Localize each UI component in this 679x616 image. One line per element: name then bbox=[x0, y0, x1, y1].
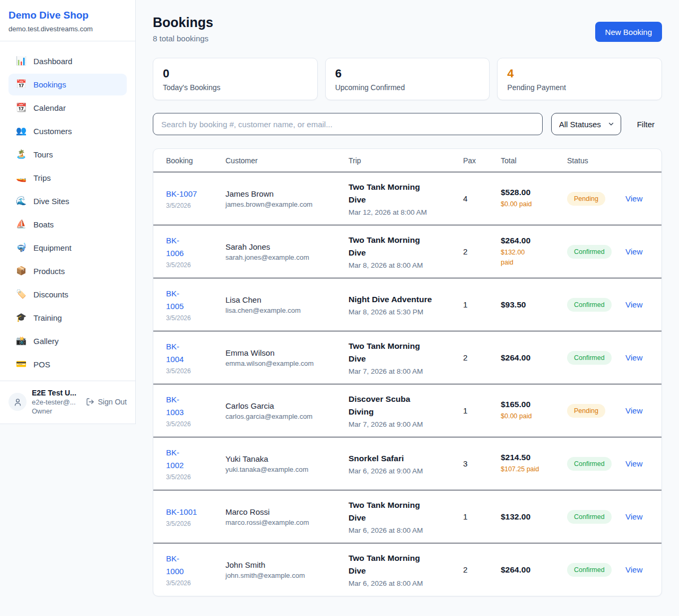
sidebar-item-products[interactable]: 📦 Products bbox=[8, 260, 127, 282]
view-link[interactable]: View bbox=[625, 300, 642, 309]
booking-id-link[interactable]: BK- 1005 bbox=[166, 287, 220, 313]
status-badge: Confirmed bbox=[567, 298, 612, 312]
sidebar-item-calendar[interactable]: 📆 Calendar bbox=[8, 97, 127, 119]
filter-button[interactable]: Filter bbox=[630, 120, 662, 129]
dive-sites-icon: 🌊 bbox=[16, 197, 27, 205]
column-header-total: Total bbox=[501, 156, 567, 165]
table-row: BK- 1002 3/5/2026 Yuki Tanaka yuki.tanak… bbox=[153, 437, 661, 490]
stat-label: Pending Payment bbox=[507, 83, 652, 92]
pax-cell: 1 bbox=[463, 300, 501, 309]
sidebar-item-bookings[interactable]: 📅 Bookings bbox=[8, 74, 127, 95]
total-cell: $214.50 $107.25 paid bbox=[501, 453, 567, 474]
booking-cell: BK- 1004 3/5/2026 bbox=[166, 340, 225, 375]
trip-name: Two Tank Morning Dive bbox=[349, 340, 458, 365]
booking-id-link[interactable]: BK- 1006 bbox=[166, 234, 220, 260]
status-filter-wrap: All Statuses bbox=[551, 113, 621, 135]
sidebar-item-label: Products bbox=[33, 267, 65, 276]
customer-cell: Emma Wilson emma.wilson@example.com bbox=[225, 348, 349, 367]
sidebar-item-discounts[interactable]: 🏷️ Discounts bbox=[8, 284, 127, 305]
view-link[interactable]: View bbox=[625, 194, 642, 203]
view-link[interactable]: View bbox=[625, 353, 642, 362]
paid-amount: $0.00 paid bbox=[501, 199, 562, 209]
view-link[interactable]: View bbox=[625, 565, 642, 574]
booking-id-link[interactable]: BK-1001 bbox=[166, 506, 220, 518]
page-title: Bookings bbox=[153, 15, 213, 30]
pos-icon: 💳 bbox=[16, 360, 27, 368]
total-amount: $93.50 bbox=[501, 300, 562, 310]
actions-cell: View bbox=[625, 247, 649, 257]
booking-id-link[interactable]: BK- 1002 bbox=[166, 446, 220, 472]
trip-cell: Discover Scuba Diving Mar 7, 2026 at 9:0… bbox=[349, 393, 463, 428]
page-subtitle: 8 total bookings bbox=[153, 34, 213, 43]
bookings-icon: 📅 bbox=[16, 80, 27, 89]
sidebar-item-trips[interactable]: 🚤 Trips bbox=[8, 167, 127, 189]
total-amount: $264.00 bbox=[501, 565, 562, 575]
customer-cell: John Smith john.smith@example.com bbox=[225, 560, 349, 579]
sidebar-item-customers[interactable]: 👥 Customers bbox=[8, 120, 127, 142]
discounts-icon: 🏷️ bbox=[16, 290, 27, 298]
status-filter-select[interactable]: All Statuses bbox=[551, 113, 621, 135]
booking-cell: BK-1001 3/5/2026 bbox=[166, 506, 225, 527]
total-amount: $264.00 bbox=[501, 236, 562, 245]
sidebar-item-boats[interactable]: ⛵ Boats bbox=[8, 214, 127, 235]
sidebar-item-tours[interactable]: 🏝️ Tours bbox=[8, 144, 127, 165]
actions-cell: View bbox=[625, 459, 649, 469]
sidebar-item-dashboard[interactable]: 📊 Dashboard bbox=[8, 50, 127, 72]
trip-cell: Night Dive Adventure Mar 8, 2026 at 5:30… bbox=[349, 293, 463, 316]
training-icon: 🎓 bbox=[16, 313, 27, 322]
bookings-table: Booking Customer Trip Pax Total Status B… bbox=[153, 148, 662, 596]
booking-date: 3/5/2026 bbox=[166, 261, 220, 269]
status-badge: Confirmed bbox=[567, 457, 612, 471]
status-badge: Pending bbox=[567, 192, 605, 206]
table-body: BK-1007 3/5/2026 James Brown james.brown… bbox=[153, 172, 661, 596]
sidebar-item-dive-sites[interactable]: 🌊 Dive Sites bbox=[8, 190, 127, 212]
status-badge: Confirmed bbox=[567, 245, 612, 259]
sidebar-item-label: Dashboard bbox=[33, 57, 72, 66]
booking-id-link[interactable]: BK-1007 bbox=[166, 188, 220, 200]
trip-name: Two Tank Morning Dive bbox=[349, 499, 458, 524]
sidebar-item-label: Training bbox=[33, 313, 62, 322]
sidebar-item-label: Equipment bbox=[33, 243, 72, 252]
sidebar-item-label: Discounts bbox=[33, 290, 68, 299]
booking-id-link[interactable]: BK- 1000 bbox=[166, 552, 220, 578]
table-row: BK- 1005 3/5/2026 Lisa Chen lisa.chen@ex… bbox=[153, 278, 661, 331]
status-cell: Confirmed bbox=[567, 245, 625, 259]
booking-id-link[interactable]: BK- 1004 bbox=[166, 340, 220, 366]
status-badge: Confirmed bbox=[567, 510, 612, 524]
sidebar-item-pos[interactable]: 💳 POS bbox=[8, 354, 127, 375]
sidebar-item-gallery[interactable]: 📸 Gallery bbox=[8, 330, 127, 352]
column-header-customer: Customer bbox=[225, 156, 349, 165]
view-link[interactable]: View bbox=[625, 459, 642, 468]
actions-cell: View bbox=[625, 300, 649, 310]
shop-name: Demo Dive Shop bbox=[8, 10, 127, 22]
user-email: e2e-tester@... bbox=[32, 398, 81, 406]
booking-cell: BK-1007 3/5/2026 bbox=[166, 188, 225, 209]
pax-cell: 1 bbox=[463, 406, 501, 415]
pax-cell: 3 bbox=[463, 459, 501, 468]
boats-icon: ⛵ bbox=[16, 220, 27, 228]
brand-block: Demo Dive Shop demo.test.divestreams.com bbox=[0, 0, 135, 41]
search-input[interactable] bbox=[153, 113, 543, 135]
column-header-trip: Trip bbox=[349, 156, 463, 165]
view-link[interactable]: View bbox=[625, 247, 642, 256]
stat-value: 0 bbox=[163, 66, 308, 81]
sign-out-button[interactable]: Sign Out bbox=[86, 398, 127, 406]
view-link[interactable]: View bbox=[625, 512, 642, 521]
customer-email: lisa.chen@example.com bbox=[225, 306, 343, 314]
sidebar-item-label: Gallery bbox=[33, 337, 59, 346]
booking-id-link[interactable]: BK- 1003 bbox=[166, 393, 220, 419]
total-cell: $264.00 $132.00 paid bbox=[501, 236, 567, 268]
stat-value: 6 bbox=[335, 66, 480, 81]
trip-cell: Snorkel Safari Mar 6, 2026 at 9:00 AM bbox=[349, 452, 463, 475]
new-booking-button[interactable]: New Booking bbox=[595, 22, 662, 42]
total-amount: $214.50 bbox=[501, 453, 562, 462]
customer-email: james.brown@example.com bbox=[225, 200, 343, 208]
sidebar-item-equipment[interactable]: 🤿 Equipment bbox=[8, 237, 127, 259]
status-cell: Confirmed bbox=[567, 563, 625, 577]
total-amount: $165.00 bbox=[501, 400, 562, 409]
shop-domain: demo.test.divestreams.com bbox=[8, 25, 127, 33]
paid-amount: $132.00 paid bbox=[501, 248, 562, 268]
booking-date: 3/5/2026 bbox=[166, 367, 220, 375]
view-link[interactable]: View bbox=[625, 406, 642, 415]
sidebar-item-training[interactable]: 🎓 Training bbox=[8, 307, 127, 329]
